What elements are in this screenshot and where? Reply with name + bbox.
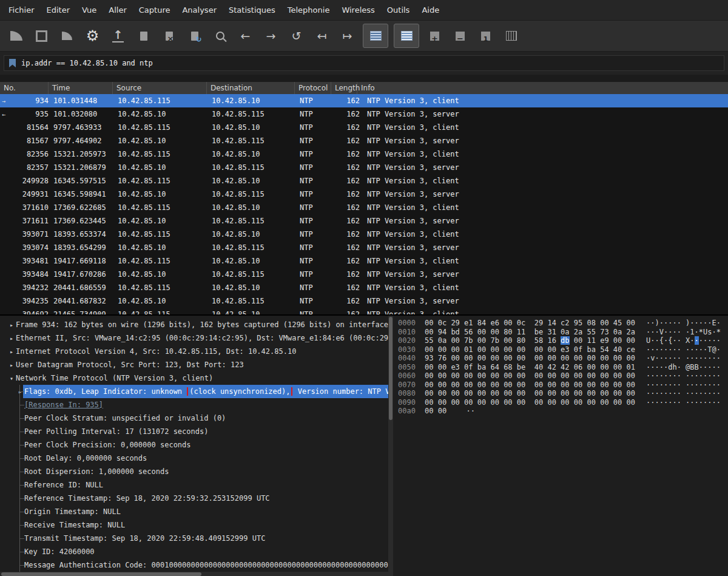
hex-row[interactable]: 008000 00 00 00 00 00 00 00 00 00 00 00 … xyxy=(398,389,728,398)
find-packet-button[interactable] xyxy=(210,25,230,46)
hex-row[interactable]: 001000 94 bd 56 00 00 80 11 be 31 0a 2a … xyxy=(398,328,728,337)
details-vertical-scrollbar[interactable] xyxy=(388,316,393,572)
detail-transmit-timestamp[interactable]: Transmit Timestamp: Sep 18, 2020 22:59:4… xyxy=(0,532,388,545)
zoom-in-button[interactable] xyxy=(425,25,445,46)
menu-item-analyser[interactable]: Analyser xyxy=(176,3,223,17)
expander-icon[interactable]: ▸ xyxy=(7,322,16,328)
packet-row[interactable]: 39469221465.73490910.42.85.11510.42.85.1… xyxy=(0,308,728,314)
zoom-out-button[interactable] xyxy=(450,25,470,46)
menu-item-vue[interactable]: Vue xyxy=(76,3,103,17)
menu-item-wireless[interactable]: Wireless xyxy=(335,3,380,17)
detail-frame[interactable]: ▸Frame 934: 162 bytes on wire (1296 bits… xyxy=(0,318,388,331)
detail-root-dispersion[interactable]: Root Dispersion: 1,000000 seconds xyxy=(0,465,388,478)
expander-icon[interactable]: ▸ xyxy=(7,362,16,368)
detail-ntp[interactable]: ▾Network Time Protocol (NTP Version 3, c… xyxy=(0,371,388,385)
detail-mac[interactable]: Message Authentication Code: 00010000000… xyxy=(0,558,388,572)
stop-capture-button[interactable] xyxy=(32,25,52,46)
packet-row[interactable]: 39307418393.65429910.42.85.1010.42.85.11… xyxy=(0,241,728,254)
reload-file-button[interactable] xyxy=(184,25,204,46)
go-back-button[interactable] xyxy=(235,25,255,46)
zoom-100-button[interactable] xyxy=(476,25,496,46)
detail-ethernet[interactable]: ▸Ethernet II, Src: VMware_14:c2:95 (00:0… xyxy=(0,331,388,345)
packet-row[interactable]: 37161017369.62268510.42.85.11510.42.85.1… xyxy=(0,201,728,214)
menu-item-fichier[interactable]: Fichier xyxy=(2,3,41,17)
go-forward-button[interactable] xyxy=(261,25,281,46)
column-header-destination[interactable]: Destination xyxy=(207,82,295,94)
hex-ascii: ········ ········ xyxy=(646,398,721,407)
hex-row[interactable]: 000000 0c 29 e1 84 e6 00 0c 29 14 c2 95 … xyxy=(398,319,728,328)
packet-row[interactable]: →934101.03144810.42.85.11510.42.85.10NTP… xyxy=(0,94,728,107)
menu-item-editer[interactable]: Editer xyxy=(41,3,76,17)
auto-scroll-button[interactable] xyxy=(363,24,388,48)
packet-row[interactable]: 24993116345.59894110.42.85.1010.42.85.11… xyxy=(0,188,728,201)
packet-row[interactable]: 39423220441.68655910.42.85.11510.42.85.1… xyxy=(0,281,728,294)
detail-origin-timestamp[interactable]: Origin Timestamp: NULL xyxy=(0,505,388,518)
packet-row[interactable]: 39348419417.67028610.42.85.1010.42.85.11… xyxy=(0,268,728,281)
detail-udp[interactable]: ▸User Datagram Protocol, Src Port: 123, … xyxy=(0,358,388,371)
column-header-length[interactable]: Length xyxy=(331,82,357,94)
details-horizontal-scrollbar-thumb[interactable] xyxy=(1,572,201,576)
filter-value[interactable]: ip.addr == 10.42.85.10 and ntp xyxy=(21,59,153,67)
colorize-button[interactable] xyxy=(394,24,419,48)
packet-row[interactable]: 39348119417.66911810.42.85.11510.42.85.1… xyxy=(0,254,728,268)
go-to-packet-button[interactable] xyxy=(286,25,306,46)
menu-item-capture[interactable]: Capture xyxy=(133,3,177,17)
packet-row[interactable]: 39423520441.68783210.42.85.1010.42.85.11… xyxy=(0,294,728,308)
column-header-no[interactable]: No. xyxy=(0,82,49,94)
packet-row[interactable]: 37161117369.62344510.42.85.1010.42.85.11… xyxy=(0,214,728,228)
hex-row[interactable]: 006000 00 00 00 00 00 00 00 00 00 00 00 … xyxy=(398,371,728,381)
details-vertical-scrollbar-thumb[interactable] xyxy=(389,317,393,420)
menu-item-aide[interactable]: Aide xyxy=(416,3,445,17)
details-column: ▸Frame 934: 162 bytes on wire (1296 bits… xyxy=(0,316,393,576)
detail-ip[interactable]: ▸Internet Protocol Version 4, Src: 10.42… xyxy=(0,345,388,358)
expander-icon[interactable]: ▸ xyxy=(7,348,16,355)
menu-item-telephonie[interactable]: Telephonie xyxy=(281,3,336,17)
packet-row[interactable]: ←935101.03208010.42.85.1010.42.85.115NTP… xyxy=(0,107,728,121)
open-file-button[interactable] xyxy=(108,25,128,46)
go-first-packet-button[interactable] xyxy=(312,25,332,46)
expander-icon[interactable]: ▸ xyxy=(16,388,24,395)
detail-ntp-flags[interactable]: ▸Flags: 0xdb, Leap Indicator: unknown (c… xyxy=(0,385,388,398)
detail-peer-clock-precision[interactable]: Peer Clock Precision: 0,000000 seconds xyxy=(0,438,388,452)
detail-reference-id[interactable]: Reference ID: NULL xyxy=(0,478,388,492)
packet-row[interactable]: 24992816345.59751510.42.85.11510.42.85.1… xyxy=(0,174,728,188)
detail-peer-polling-interval[interactable]: Peer Polling Interval: 17 (131072 second… xyxy=(0,425,388,438)
details-horizontal-scrollbar[interactable] xyxy=(0,572,393,576)
packet-row[interactable]: 815649797.46393310.42.85.11510.42.85.10N… xyxy=(0,121,728,134)
hex-row[interactable]: 002055 0a 00 7b 00 7b 00 80 58 16 db 00 … xyxy=(398,336,728,345)
hex-row[interactable]: 009000 00 00 00 00 00 00 00 00 00 00 00 … xyxy=(398,398,728,407)
hex-row[interactable]: 007000 00 00 00 00 00 00 00 00 00 00 00 … xyxy=(398,381,728,390)
column-header-source[interactable]: Source xyxy=(113,82,207,94)
hex-row[interactable]: 00a000 00 ·· xyxy=(398,407,728,416)
go-last-packet-button[interactable] xyxy=(337,25,357,46)
expander-icon[interactable]: ▸ xyxy=(7,335,16,342)
packet-row[interactable]: 8235615321.20597310.42.85.11510.42.85.10… xyxy=(0,147,728,161)
filter-input[interactable]: ip.addr == 10.42.85.10 and ntp xyxy=(4,55,724,71)
menu-item-outils[interactable]: Outils xyxy=(381,3,416,17)
resize-columns-button[interactable] xyxy=(501,25,521,46)
detail-response-in[interactable]: [Response In: 935] xyxy=(0,398,388,412)
detail-root-delay[interactable]: Root Delay: 0,000000 seconds xyxy=(0,452,388,465)
detail-reference-timestamp[interactable]: Reference Timestamp: Sep 18, 2020 22:59:… xyxy=(0,492,388,505)
column-header-protocol[interactable]: Protocol xyxy=(295,82,331,94)
hex-row[interactable]: 003000 00 00 01 00 00 00 00 00 00 e3 0f … xyxy=(398,345,728,354)
packet-row[interactable]: 8235715321.20687910.42.85.1010.42.85.115… xyxy=(0,161,728,174)
detail-peer-clock-stratum[interactable]: Peer Clock Stratum: unspecified or inval… xyxy=(0,412,388,425)
start-capture-button[interactable] xyxy=(6,25,26,46)
menu-item-statistiques[interactable]: Statistiques xyxy=(223,3,281,17)
capture-options-button[interactable] xyxy=(83,25,103,46)
close-file-button[interactable] xyxy=(159,25,179,46)
expander-icon[interactable]: ▾ xyxy=(7,375,16,382)
hex-row[interactable]: 004093 76 00 00 00 00 00 00 00 00 00 00 … xyxy=(398,354,728,363)
save-file-button[interactable] xyxy=(133,25,153,46)
packet-row[interactable]: 39307118393.65337410.42.85.11510.42.85.1… xyxy=(0,228,728,241)
filter-bookmark-icon[interactable] xyxy=(9,59,16,67)
column-header-time[interactable]: Time xyxy=(49,82,113,94)
menu-item-aller[interactable]: Aller xyxy=(103,3,132,17)
detail-key-id[interactable]: Key ID: 42060000 xyxy=(0,545,388,558)
hex-row[interactable]: 005000 00 e3 0f ba 64 68 be 40 42 42 06 … xyxy=(398,363,728,372)
restart-capture-button[interactable] xyxy=(57,25,77,46)
column-header-info[interactable]: Info xyxy=(357,82,728,94)
packet-row[interactable]: 815679797.46490210.42.85.1010.42.85.115N… xyxy=(0,134,728,147)
detail-receive-timestamp[interactable]: Receive Timestamp: NULL xyxy=(0,518,388,532)
